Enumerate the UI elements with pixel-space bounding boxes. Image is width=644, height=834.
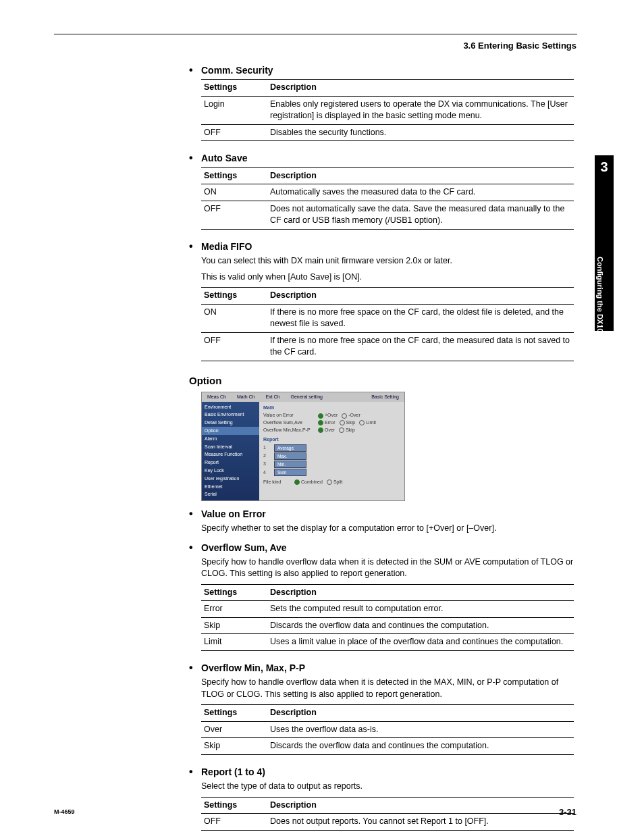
shot-section-math: Math [263, 405, 400, 411]
chapter-number: 3 [595, 155, 614, 175]
radio-option[interactable]: Skip [339, 427, 355, 434]
radio-icon [318, 413, 323, 419]
radio-icon [342, 413, 347, 419]
sidebar-item[interactable]: Ethernet [202, 483, 259, 491]
heading-auto-save: Auto Save [189, 151, 574, 165]
page-header: 3.6 Entering Basic Settings [463, 41, 576, 51]
shot-sidebar: Environment Basic Environment Detail Set… [202, 402, 259, 500]
shot-select[interactable]: Sum [274, 469, 306, 476]
th-description: Description [267, 705, 574, 722]
table-media-fifo: Settings Description ONIf there is no mo… [201, 287, 574, 361]
heading-value-on-error: Value on Error [189, 506, 574, 521]
th-settings: Settings [201, 584, 267, 601]
radio-icon [318, 420, 323, 425]
radio-option[interactable]: Combined [294, 479, 323, 486]
chapter-tab: 3 Configuring the DX1000/DX2000 [595, 155, 614, 331]
heading-report: Report (1 to 4) [189, 764, 574, 779]
radio-option[interactable]: Limit [359, 419, 376, 426]
table-row: SkipDiscards the overflow data and conti… [201, 738, 574, 755]
radio-option[interactable]: Error [318, 419, 336, 426]
para-value-on-error: Specify whether to set the display for a… [201, 523, 574, 535]
table-row: OFFDoes not automatically save the data.… [201, 201, 574, 229]
th-description: Description [267, 80, 574, 97]
table-row: SkipDiscards the overflow data and conti… [201, 617, 574, 634]
table-row: AveOutputs the average value. [201, 830, 574, 834]
shot-tab[interactable]: Ext Ch [260, 394, 285, 400]
th-description: Description [267, 288, 574, 305]
table-row: ONAutomatically saves the measured data … [201, 184, 574, 201]
table-row: ONIf there is no more free space on the … [201, 304, 574, 332]
media-fifo-note2: This is valid only when [Auto Save] is [… [201, 271, 574, 284]
th-settings: Settings [201, 167, 267, 184]
th-description: Description [267, 797, 574, 814]
shot-tab[interactable]: Math Ch [232, 394, 260, 400]
radio-option[interactable]: Skip [340, 419, 356, 426]
sidebar-item[interactable]: User registration [202, 475, 259, 483]
table-row: OFFDoes not output reports. You cannot s… [201, 814, 574, 831]
shot-label: Value on Error [263, 412, 314, 419]
table-comm-security: Settings Description LoginEnables only r… [201, 79, 574, 141]
content-column: Comm. Security Settings Description Logi… [189, 57, 574, 834]
th-description: Description [267, 584, 574, 601]
footer-page-number: 3-31 [559, 807, 576, 817]
radio-icon [294, 479, 300, 485]
shot-tab[interactable]: Meas Ch [202, 394, 232, 400]
shot-select[interactable]: Max. [274, 452, 306, 460]
heading-option: Option [189, 373, 574, 388]
shot-section-report: Report [263, 436, 400, 443]
para-report: Select the type of data to output as rep… [201, 781, 574, 793]
radio-option[interactable]: -Over [342, 412, 360, 419]
table-row: OverUses the overflow data as-is. [201, 721, 574, 738]
radio-option[interactable]: +Over [318, 412, 338, 419]
th-description: Description [267, 167, 574, 184]
shot-tab[interactable]: Basic Setting [366, 394, 404, 400]
sidebar-item[interactable]: Serial [202, 490, 259, 498]
shot-rownum: 3 [263, 461, 270, 467]
sidebar-item[interactable]: Report [202, 459, 259, 467]
table-overflow-min-max: Settings Description OverUses the overfl… [201, 704, 574, 755]
shot-rownum: 4 [263, 469, 270, 476]
chapter-title: Configuring the DX1000/DX2000 [596, 257, 604, 370]
page: 3.6 Entering Basic Settings 3 Configurin… [0, 0, 644, 834]
top-rule [54, 34, 577, 34]
table-overflow-sum-ave: Settings Description ErrorSets the compu… [201, 584, 574, 651]
table-report: Settings Description OFFDoes not output … [201, 797, 574, 834]
heading-overflow-sum-ave: Overflow Sum, Ave [189, 540, 574, 555]
table-row: OFFIf there is no more free space on the… [201, 332, 574, 361]
heading-media-fifo: Media FIFO [189, 239, 574, 254]
shot-tab[interactable]: General setting [286, 394, 328, 400]
radio-icon [359, 420, 365, 425]
radio-icon [339, 427, 344, 433]
table-row: LoginEnables only registered users to op… [201, 96, 574, 124]
shot-label: Overflow Sum,Ave [263, 419, 314, 426]
table-auto-save: Settings Description ONAutomatically sav… [201, 167, 574, 230]
sidebar-item[interactable]: Basic Environment [202, 411, 259, 419]
sidebar-item[interactable]: Environment [202, 403, 259, 411]
th-settings: Settings [201, 80, 267, 97]
shot-select[interactable]: Min. [274, 461, 306, 468]
table-row: OFFDisables the security functions. [201, 124, 574, 141]
heading-comm-security: Comm. Security [189, 63, 574, 78]
sidebar-item[interactable]: Alarm [202, 435, 259, 443]
para-overflow-min-max: Specify how to handle overflow data when… [201, 677, 574, 700]
media-fifo-note1: You can select this with DX main unit fi… [201, 255, 574, 267]
shot-label: File kind [263, 479, 290, 486]
radio-option[interactable]: Over [318, 427, 335, 434]
sidebar-item[interactable]: Key Lock [202, 467, 259, 475]
shot-rownum: 1 [263, 444, 270, 451]
shot-tabs: Meas Ch Math Ch Ext Ch General setting B… [202, 392, 404, 402]
sidebar-item[interactable]: Scan Interval [202, 443, 259, 451]
table-row: ErrorSets the computed result to computa… [201, 601, 574, 618]
sidebar-item[interactable]: Detail Setting [202, 419, 259, 427]
radio-icon [318, 427, 323, 433]
shot-select[interactable]: Average [274, 444, 306, 452]
table-row: LimitUses a limit value in place of the … [201, 634, 574, 651]
radio-option[interactable]: Split [327, 479, 343, 486]
sidebar-item[interactable]: Measure Function [202, 450, 259, 459]
sidebar-item-selected[interactable]: Option [202, 427, 259, 435]
shot-main: Math Value on Error +Over -Over Overflow… [259, 402, 404, 500]
radio-icon [327, 479, 332, 485]
radio-icon [340, 420, 345, 425]
th-settings: Settings [201, 797, 267, 814]
th-settings: Settings [201, 288, 267, 305]
